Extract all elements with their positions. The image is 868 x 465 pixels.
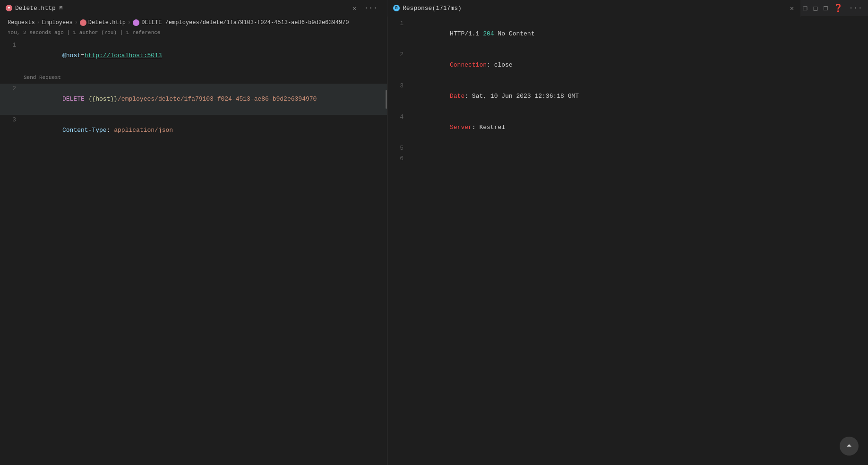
editor-pane: Requests › Employees › Delete.http › DEL…	[0, 17, 387, 465]
globe-icon	[80, 19, 86, 26]
breadcrumb: Requests › Employees › Delete.http › DEL…	[0, 17, 387, 29]
status-text-no-content: No Content	[494, 30, 535, 37]
resp-line-number-6: 6	[387, 154, 411, 164]
token-template-host: {{host}}	[88, 95, 118, 103]
open-changes-icon[interactable]: ❑	[811, 1, 820, 15]
line-number-2: 2	[0, 84, 24, 94]
tab-response[interactable]: R Response(1717ms) ✕	[387, 0, 801, 17]
token-delete-keyword: DELETE	[62, 95, 85, 103]
resp-date-value: Sat, 10 Jun 2023 12:36:18 GMT	[472, 93, 579, 100]
breadcrumb-requests[interactable]: Requests	[8, 19, 35, 26]
token-content-type-value: application/json	[114, 127, 173, 134]
more-actions-icon[interactable]: ···	[847, 2, 864, 14]
token-url: http://localhost:5013	[85, 52, 162, 59]
tab-modified-indicator: M	[60, 5, 63, 11]
response-content: 1 HTTP/1.1 204 No Content 2 Connection: …	[387, 17, 868, 166]
scroll-to-top-button[interactable]	[840, 437, 859, 456]
code-line-3: 3 Content-Type: application/json	[0, 115, 387, 146]
resp-server-value: Kestrel	[479, 124, 505, 131]
token-content-type-key: Content-Type	[62, 127, 107, 134]
line-content-1[interactable]: @host=http://localhost:5013	[24, 40, 387, 71]
response-line-5: 5	[387, 143, 868, 154]
method-icon	[133, 19, 139, 26]
resp-colon-4: :	[472, 124, 480, 131]
token-space	[85, 95, 88, 103]
resp-server-key: Server	[450, 124, 472, 131]
resp-colon-3: :	[464, 93, 472, 100]
tab-delete-http[interactable]: ● Delete.http M ✕ ···	[0, 0, 387, 17]
tab-close-button[interactable]: ✕	[352, 3, 357, 13]
token-colon: :	[107, 127, 114, 134]
scrollbar-indicator[interactable]	[386, 90, 387, 109]
response-pane: 1 HTTP/1.1 204 No Content 2 Connection: …	[387, 17, 868, 465]
resp-line-number-1: 1	[387, 18, 411, 29]
main-content: Requests › Employees › Delete.http › DEL…	[0, 17, 868, 465]
git-info: You, 2 seconds ago | 1 author (You) | 1 …	[0, 29, 387, 38]
response-line-6: 6	[387, 154, 868, 164]
tab-response-icon: R	[393, 5, 400, 11]
resp-connection-value: close	[494, 61, 513, 69]
code-line-1: 1 @host=http://localhost:5013	[0, 40, 387, 71]
resp-connection-key: Connection	[450, 61, 487, 69]
send-request-hint[interactable]: Send Request	[0, 71, 387, 84]
token-variable-host: @host	[62, 52, 81, 59]
response-line-1: 1 HTTP/1.1 204 No Content	[387, 18, 868, 50]
status-code-204: 204	[483, 30, 494, 37]
copy-icon[interactable]: ❒	[822, 1, 830, 15]
resp-line-content-1: HTTP/1.1 204 No Content	[411, 18, 868, 50]
tab-more-button[interactable]: ···	[360, 0, 381, 17]
line-content-2[interactable]: DELETE {{host}}/employees/delete/1fa7910…	[24, 84, 387, 115]
http-version: HTTP/1.1	[450, 30, 483, 37]
split-editor-icon[interactable]: ❐	[801, 1, 809, 15]
line-number-1: 1	[0, 40, 24, 51]
resp-line-number-2: 2	[387, 50, 411, 60]
breadcrumb-employees[interactable]: Employees	[42, 19, 73, 26]
tab-response-title: Response(1717ms)	[403, 5, 462, 12]
resp-line-content-2: Connection: close	[411, 50, 868, 81]
tab-response-close-button[interactable]: ✕	[789, 3, 795, 13]
code-line-2: 2 DELETE {{host}}/employees/delete/1fa79…	[0, 84, 387, 115]
resp-line-number-5: 5	[387, 143, 411, 154]
line-number-3: 3	[0, 115, 24, 125]
editor-content: 1 @host=http://localhost:5013 Send Reque…	[0, 38, 387, 148]
response-line-2: 2 Connection: close	[387, 50, 868, 81]
response-line-3: 3 Date: Sat, 10 Jun 2023 12:36:18 GMT	[387, 81, 868, 112]
resp-line-content-3: Date: Sat, 10 Jun 2023 12:36:18 GMT	[411, 81, 868, 112]
token-equals: =	[81, 52, 85, 59]
layout-icon[interactable]: ❓	[832, 1, 845, 15]
tab-file-icon: ●	[6, 5, 12, 11]
tab-bar: ● Delete.http M ✕ ··· R Response(1717ms)…	[0, 0, 868, 17]
resp-colon-2: :	[487, 61, 494, 69]
line-content-3[interactable]: Content-Type: application/json	[24, 115, 387, 146]
breadcrumb-delete-method[interactable]: DELETE /employees/delete/1fa79103-f024-4…	[133, 19, 349, 26]
resp-line-number-3: 3	[387, 81, 411, 91]
resp-date-key: Date	[450, 93, 464, 100]
tab-right-actions: ❐ ❑ ❒ ❓ ···	[801, 1, 868, 15]
breadcrumb-sep-3: ›	[128, 19, 131, 26]
resp-line-number-4: 4	[387, 112, 411, 122]
resp-line-content-4: Server: Kestrel	[411, 112, 868, 143]
breadcrumb-sep-1: ›	[37, 19, 40, 26]
response-line-4: 4 Server: Kestrel	[387, 112, 868, 143]
token-path: /employees/delete/1fa79103-f024-4513-ae8…	[118, 95, 317, 103]
breadcrumb-sep-2: ›	[75, 19, 78, 26]
breadcrumb-delete-http[interactable]: Delete.http	[80, 19, 126, 26]
tab-filename: Delete.http	[15, 5, 56, 12]
